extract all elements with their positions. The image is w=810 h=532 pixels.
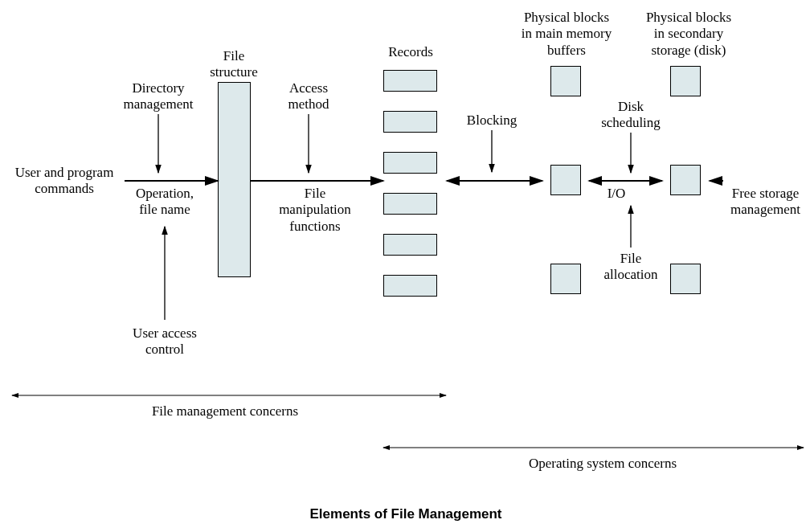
arrows-svg	[0, 0, 810, 532]
